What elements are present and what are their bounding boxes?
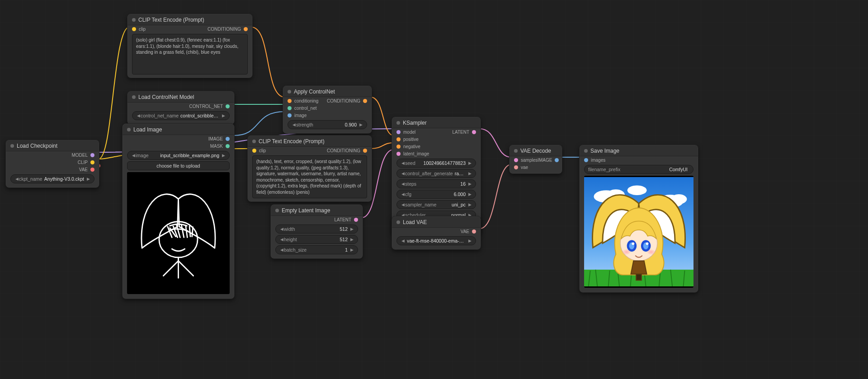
node-load-controlnet-model[interactable]: Load ControlNet Model CONTROL_NET ◀ cont…: [127, 91, 235, 125]
node-title: Load Checkpoint: [17, 143, 57, 149]
port-out-image[interactable]: [226, 137, 230, 141]
port-in-images[interactable]: [584, 158, 588, 162]
node-title: Apply ControlNet: [294, 89, 335, 95]
arrow-right-icon: ▶: [349, 248, 354, 252]
out-image-label: IMAGE: [208, 136, 223, 141]
out-cond-label: CONDITIONING: [327, 98, 360, 103]
steps-number[interactable]: ◀steps16▶: [396, 179, 476, 188]
node-apply-controlnet[interactable]: Apply ControlNet conditioning CONDITIONI…: [283, 85, 372, 134]
port-out-image[interactable]: [555, 158, 559, 162]
out-cond-label: CONDITIONING: [208, 27, 241, 32]
node-load-vae[interactable]: Load VAE VAE ◀vae_namevae-ft-mse-840000-…: [392, 216, 481, 250]
ckpt-value: Anything-V3.0.ckpt: [42, 176, 86, 182]
batch-number[interactable]: ◀batch_size1▶: [275, 245, 358, 254]
arrow-left-icon: ◀: [401, 202, 405, 207]
port-out-latent[interactable]: [472, 130, 476, 134]
scribble-icon: [127, 172, 230, 294]
node-header[interactable]: Save Image: [580, 145, 698, 156]
port-out-latent[interactable]: [354, 218, 358, 222]
node-header[interactable]: Load Image: [123, 124, 234, 135]
prompt-text: (solo) girl (flat chest:0.9), (fennec ea…: [136, 37, 244, 56]
node-header[interactable]: Apply ControlNet: [283, 86, 372, 97]
port-out-vae[interactable]: [472, 229, 476, 234]
arrow-left-icon: ◀: [401, 192, 405, 197]
node-empty-latent[interactable]: Empty Latent Image LATENT ◀width512▶ ◀he…: [270, 204, 363, 259]
negative-prompt-textarea[interactable]: (hands), text, error, cropped, (worst qu…: [252, 155, 367, 198]
arrow-right-icon: ▶: [467, 182, 472, 186]
port-in-latent[interactable]: [396, 152, 401, 156]
node-header[interactable]: CLIP Text Encode (Prompt): [248, 136, 372, 147]
cfg-number[interactable]: ◀cfg6.000▶: [396, 190, 476, 199]
port-out-clip[interactable]: [90, 160, 94, 164]
node-header[interactable]: VAE Decode: [509, 145, 562, 156]
ckpt-label: ckpt_name: [19, 176, 42, 182]
port-out-mask[interactable]: [226, 144, 230, 148]
upload-button[interactable]: choose file to upload: [127, 161, 230, 170]
port-out-conditioning[interactable]: [363, 99, 367, 103]
width-number[interactable]: ◀width512▶: [275, 225, 358, 234]
port-out-vae[interactable]: [90, 168, 94, 172]
vae-name-combo[interactable]: ◀vae_namevae-ft-mse-840000-ema-pruned.sa…: [396, 236, 476, 245]
prompt-text: (hands), text, error, cropped, (worst qu…: [256, 159, 363, 195]
port-out-conditioning[interactable]: [363, 149, 367, 153]
port-in-negative[interactable]: [396, 145, 401, 149]
in-neg-label: negative: [403, 144, 420, 149]
strength-number[interactable]: ◀ strength 0.900 ▶: [288, 120, 367, 129]
seed-label: seed: [405, 160, 415, 166]
port-in-conditioning[interactable]: [288, 99, 292, 103]
steps-label: steps: [405, 181, 416, 187]
in-clip-label: clip: [259, 148, 266, 153]
port-out-controlnet[interactable]: [226, 104, 230, 108]
port-in-samples[interactable]: [514, 158, 518, 162]
controlnet-name-combo[interactable]: ◀ control_net_name control_scribble.safe…: [132, 111, 230, 120]
vae-value: vae-ft-mse-840000-ema-pruned.safetensors: [405, 238, 467, 243]
svg-point-27: [647, 249, 656, 255]
out-latent-label: LATENT: [334, 217, 351, 222]
arrow-left-icon: ◀: [279, 237, 284, 242]
node-header[interactable]: Empty Latent Image: [271, 205, 363, 216]
port-out-conditioning[interactable]: [244, 27, 248, 31]
node-vae-decode[interactable]: VAE Decode samples IMAGE vae: [509, 145, 562, 174]
port-in-controlnet[interactable]: [288, 106, 292, 110]
image-file-combo[interactable]: ◀ image input_scribble_example.png ▶: [127, 151, 230, 160]
node-header[interactable]: KSampler: [392, 117, 481, 128]
ckpt-name-combo[interactable]: ◀ ckpt_name Anything-V3.0.ckpt ▶: [10, 174, 94, 183]
control-after-generate-combo[interactable]: ◀control_after_generaterandomize▶: [396, 169, 476, 178]
sampler-combo[interactable]: ◀sampler_nameuni_pc▶: [396, 200, 476, 209]
port-in-image[interactable]: [288, 113, 292, 117]
in-vae-label: vae: [521, 165, 528, 170]
svg-point-8: [627, 186, 647, 195]
seed-number[interactable]: ◀seed1002496614778823▶: [396, 159, 476, 168]
arrow-left-icon: ◀: [292, 122, 296, 127]
port-out-model[interactable]: [90, 153, 94, 157]
node-load-image[interactable]: Load Image IMAGE MASK ◀ image input_scri…: [122, 123, 235, 299]
node-header[interactable]: Load Checkpoint: [6, 140, 99, 151]
node-clip-encode-negative[interactable]: CLIP Text Encode (Prompt) clip CONDITION…: [247, 135, 372, 202]
node-clip-encode-positive[interactable]: CLIP Text Encode (Prompt) clip CONDITION…: [127, 14, 253, 78]
node-title: VAE Decode: [520, 148, 551, 154]
height-number[interactable]: ◀height512▶: [275, 235, 358, 244]
node-load-checkpoint[interactable]: Load Checkpoint MODEL CLIP VAE ◀ ckpt_na…: [5, 140, 99, 188]
port-in-clip[interactable]: [252, 149, 256, 153]
port-in-clip[interactable]: [132, 27, 136, 31]
status-dot-icon: [514, 149, 518, 153]
status-dot-icon: [288, 90, 291, 94]
prompt-textarea[interactable]: (solo) girl (flat chest:0.9), (fennec ea…: [132, 34, 248, 75]
node-header[interactable]: CLIP Text Encode (Prompt): [127, 14, 252, 25]
node-header[interactable]: Load VAE: [392, 216, 481, 228]
node-save-image[interactable]: Save Image images filename_prefix ComfyU…: [579, 145, 698, 293]
node-header[interactable]: Load ControlNet Model: [127, 91, 234, 103]
node-title: CLIP Text Encode (Prompt): [259, 138, 325, 145]
port-in-model[interactable]: [396, 130, 401, 134]
in-cond-label: conditioning: [294, 98, 318, 103]
filename-prefix-input[interactable]: filename_prefix ComfyUI: [584, 165, 693, 174]
arrow-right-icon: ▶: [86, 177, 90, 181]
port-in-positive[interactable]: [396, 137, 401, 141]
node-title: Load Image: [133, 126, 162, 133]
out-mask-label: MASK: [210, 144, 223, 149]
svg-rect-28: [636, 274, 642, 281]
node-title: Load ControlNet Model: [138, 94, 194, 100]
port-in-vae[interactable]: [514, 165, 518, 169]
cfg-label: cfg: [405, 192, 411, 197]
upload-label: choose file to upload: [156, 163, 200, 168]
